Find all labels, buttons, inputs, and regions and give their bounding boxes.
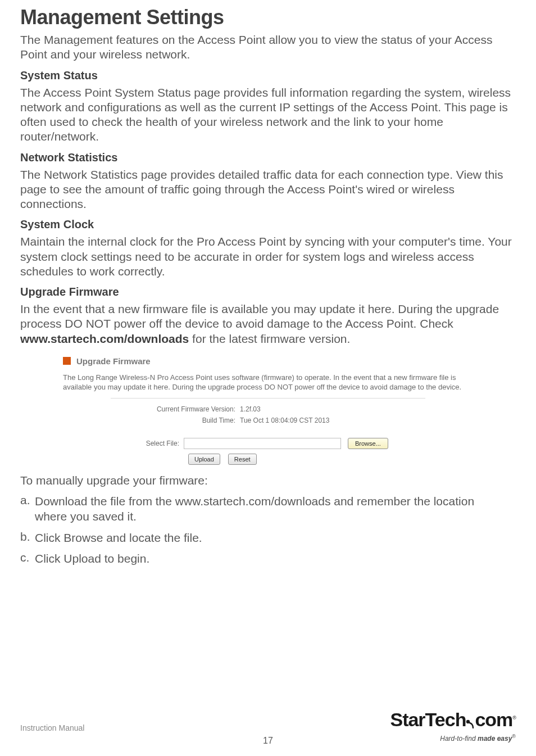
- step-b: b. Click Browse and locate the file.: [20, 530, 516, 545]
- intro-paragraph: The Management features on the Access Po…: [20, 33, 516, 62]
- tagline-registered-icon: ®: [512, 734, 516, 739]
- step-a-text: Download the file from the www.startech.…: [35, 494, 516, 524]
- system-status-body: The Access Point System Status page prov…: [20, 85, 516, 144]
- build-time-label: Build Time:: [111, 417, 240, 424]
- network-stats-body: The Network Statistics page provides det…: [20, 168, 516, 212]
- panel-description: The Long Range Wireless-N Pro Access Poi…: [63, 373, 473, 392]
- tagline-pre: Hard-to-find: [440, 735, 478, 743]
- logo-suffix-text: com: [475, 709, 512, 730]
- logo-main-text: StarTech: [390, 709, 466, 730]
- step-c-marker: c.: [20, 551, 35, 566]
- page-title: Management Settings: [20, 6, 516, 29]
- firmware-panel: Upgrade Firmware The Long Range Wireless…: [63, 356, 473, 465]
- step-c: c. Click Upload to begin.: [20, 551, 516, 566]
- upload-button[interactable]: Upload: [188, 454, 220, 465]
- panel-divider: [111, 398, 425, 399]
- page-footer: Instruction Manual 17 StarTechcom® Hard-…: [20, 701, 516, 746]
- step-b-text: Click Browse and locate the file.: [35, 530, 225, 545]
- file-path-input[interactable]: [184, 438, 341, 449]
- upgrade-firmware-heading: Upgrade Firmware: [20, 286, 516, 298]
- step-b-marker: b.: [20, 530, 35, 545]
- reset-button[interactable]: Reset: [228, 454, 257, 465]
- manual-upgrade-intro: To manually upgrade your firmware:: [20, 473, 516, 488]
- upgrade-body-link: www.startech.com/downloads: [20, 332, 189, 345]
- network-stats-heading: Network Statistics: [20, 151, 516, 164]
- system-status-heading: System Status: [20, 69, 516, 82]
- build-time-value: Tue Oct 1 08:04:09 CST 2013: [240, 417, 425, 424]
- step-a: a. Download the file from the www.starte…: [20, 494, 516, 524]
- footer-doc-label: Instruction Manual: [20, 723, 84, 732]
- panel-bullet-icon: [63, 357, 71, 365]
- system-clock-heading: System Clock: [20, 218, 516, 231]
- page-number: 17: [263, 736, 273, 746]
- firmware-version-label: Current Firmware Version:: [111, 405, 240, 413]
- panel-title: Upgrade Firmware: [76, 356, 151, 366]
- upgrade-body-post: for the latest firmware version.: [189, 332, 350, 345]
- brand-logo: StarTechcom® Hard-to-find made easy®: [390, 710, 516, 743]
- brand-tagline: Hard-to-find made easy®: [390, 734, 516, 743]
- registered-icon: ®: [512, 715, 516, 721]
- browse-button[interactable]: Browse...: [348, 438, 388, 449]
- step-c-text: Click Upload to begin.: [35, 551, 172, 566]
- select-file-label: Select File:: [111, 440, 184, 447]
- firmware-version-value: 1.2f.03: [240, 405, 425, 413]
- upgrade-firmware-body: In the event that a new firmware file is…: [20, 302, 516, 346]
- step-a-marker: a.: [20, 494, 35, 524]
- upgrade-body-pre: In the event that a new firmware file is…: [20, 302, 499, 330]
- logo-dot-icon: [466, 712, 475, 731]
- system-clock-body: Maintain the internal clock for the Pro …: [20, 234, 516, 279]
- tagline-strong: made easy: [478, 735, 512, 743]
